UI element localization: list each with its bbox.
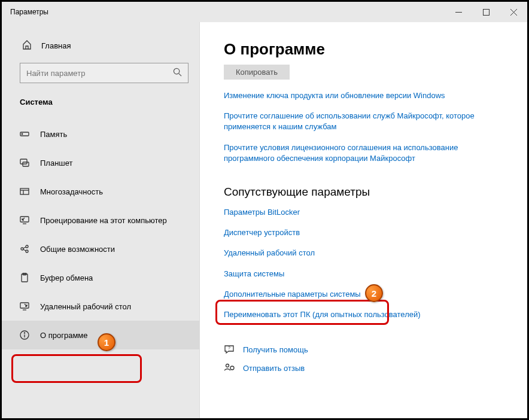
sidebar-item-label: Общие возможности xyxy=(40,245,115,254)
sidebar: Главная Система Память Планшет Многозад xyxy=(2,22,199,418)
search-field[interactable] xyxy=(26,69,173,78)
link-services-agreement[interactable]: Прочтите соглашение об использовании слу… xyxy=(224,111,481,132)
svg-rect-1 xyxy=(483,9,489,15)
sidebar-section-label: Система xyxy=(2,83,199,112)
storage-icon xyxy=(20,129,29,139)
link-device-manager[interactable]: Диспетчер устройств xyxy=(224,227,481,238)
link-system-protection[interactable]: Защита системы xyxy=(224,269,481,279)
search-icon xyxy=(173,68,182,78)
link-product-key[interactable]: Изменение ключа продукта или обновление … xyxy=(224,90,481,101)
close-button[interactable] xyxy=(500,2,527,22)
annotation-callout-1 xyxy=(11,354,142,383)
feedback-icon xyxy=(224,363,235,375)
sidebar-item-clipboard[interactable]: Буфер обмена xyxy=(2,263,199,292)
sidebar-item-label: Буфер обмена xyxy=(40,273,93,282)
sidebar-item-remote[interactable]: Удаленный рабочий стол xyxy=(2,292,199,321)
sidebar-item-label: О программе xyxy=(40,331,88,340)
page-title: О программе xyxy=(224,40,509,59)
sidebar-item-label: Память xyxy=(40,130,67,139)
svg-point-4 xyxy=(174,68,179,74)
sidebar-item-storage[interactable]: Память xyxy=(2,120,199,148)
svg-rect-10 xyxy=(20,188,29,194)
svg-rect-8 xyxy=(20,159,27,164)
sidebar-item-label: Планшет xyxy=(40,159,73,168)
window-title: Параметры xyxy=(10,8,445,16)
link-advanced-system[interactable]: Дополнительные параметры системы xyxy=(224,289,481,300)
sidebar-item-about[interactable]: О программе xyxy=(2,321,199,349)
svg-line-5 xyxy=(179,74,181,76)
projecting-icon xyxy=(20,215,29,225)
sidebar-item-tablet[interactable]: Планшет xyxy=(2,148,199,177)
svg-point-7 xyxy=(22,133,23,135)
help-icon: ? xyxy=(224,344,235,357)
svg-point-29 xyxy=(230,366,234,370)
related-heading: Сопутствующие параметры xyxy=(224,185,509,199)
svg-point-16 xyxy=(26,245,28,248)
shared-icon xyxy=(20,244,29,254)
sidebar-home[interactable]: Главная xyxy=(2,34,199,57)
sidebar-home-label: Главная xyxy=(41,41,71,50)
link-rename-pc[interactable]: Переименовать этот ПК (для опытных польз… xyxy=(224,309,481,320)
svg-point-17 xyxy=(26,250,28,252)
link-get-help[interactable]: Получить помощь xyxy=(243,345,308,355)
sidebar-item-label: Проецирование на этот компьютер xyxy=(40,216,167,225)
svg-line-18 xyxy=(23,247,26,248)
maximize-button[interactable] xyxy=(472,2,500,22)
multitask-icon xyxy=(20,187,29,196)
link-bitlocker[interactable]: Параметры BitLocker xyxy=(224,207,481,218)
svg-point-28 xyxy=(226,364,229,367)
search-input[interactable] xyxy=(20,63,189,83)
home-icon xyxy=(22,40,32,51)
sidebar-item-label: Удаленный рабочий стол xyxy=(40,302,131,311)
copy-button[interactable]: Копировать xyxy=(224,65,290,80)
link-remote-desktop[interactable]: Удаленный рабочий стол xyxy=(224,248,481,258)
svg-point-15 xyxy=(21,248,23,250)
svg-point-26 xyxy=(24,333,25,333)
tablet-icon xyxy=(20,158,29,168)
sidebar-item-shared[interactable]: Общие возможности xyxy=(2,235,199,263)
sidebar-item-projecting[interactable]: Проецирование на этот компьютер xyxy=(2,206,199,235)
minimize-button[interactable] xyxy=(445,2,472,22)
window-controls xyxy=(445,2,527,22)
feedback-row[interactable]: Отправить отзыв xyxy=(224,363,509,375)
link-license-terms[interactable]: Прочтите условия лицензионного соглашени… xyxy=(224,142,481,164)
sidebar-item-label: Многозадачность xyxy=(40,187,103,196)
content-area: О программе Копировать Изменение ключа п… xyxy=(199,22,527,418)
sidebar-item-multitask[interactable]: Многозадачность xyxy=(2,177,199,206)
svg-line-19 xyxy=(23,249,26,251)
clipboard-icon xyxy=(20,273,29,282)
get-help-row[interactable]: ? Получить помощь xyxy=(224,344,509,357)
svg-rect-22 xyxy=(20,303,29,308)
link-feedback[interactable]: Отправить отзыв xyxy=(243,363,305,374)
titlebar: Параметры xyxy=(2,2,527,22)
sidebar-nav: Память Планшет Многозадачность Проециров… xyxy=(2,120,199,349)
svg-text:?: ? xyxy=(228,346,230,350)
info-icon xyxy=(20,330,29,340)
remote-icon xyxy=(20,302,29,311)
svg-rect-13 xyxy=(20,217,29,222)
